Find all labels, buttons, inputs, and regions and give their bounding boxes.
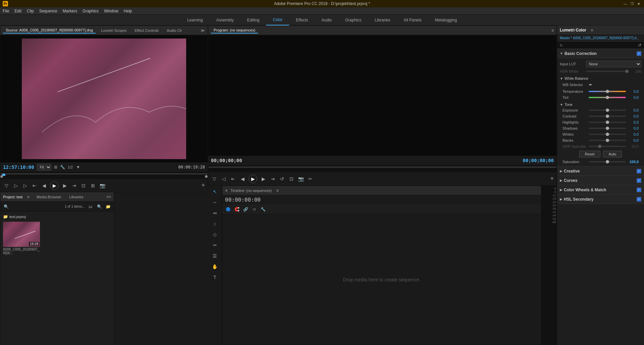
prog-step-forward[interactable]: ▶ bbox=[260, 176, 267, 182]
tab-learning[interactable]: Learning bbox=[180, 15, 210, 25]
menu-markers[interactable]: Markers bbox=[63, 9, 77, 13]
basic-correction-enable[interactable]: ✓ bbox=[637, 51, 641, 56]
find-icon[interactable]: 🔍 bbox=[96, 204, 102, 210]
timeline-linked-select[interactable]: 🔗 bbox=[243, 206, 249, 212]
reset-button[interactable]: Reset bbox=[579, 151, 600, 157]
menu-window[interactable]: Window bbox=[104, 9, 118, 13]
project-tab-libraries[interactable]: Libraries bbox=[66, 194, 86, 200]
temperature-value[interactable]: 0,0 bbox=[629, 89, 639, 93]
hdr-white-thumb[interactable] bbox=[625, 70, 629, 73]
razor-tool[interactable]: ✂ bbox=[210, 240, 220, 250]
prog-safe-margins[interactable]: ⊡ bbox=[288, 176, 295, 182]
tint-track[interactable] bbox=[589, 97, 626, 98]
hdr-specular-track[interactable] bbox=[589, 146, 626, 147]
auto-button[interactable]: Auto bbox=[603, 151, 622, 157]
source-timecode-end[interactable]: 00:00:19:28 bbox=[178, 165, 205, 169]
highlights-thumb[interactable] bbox=[606, 121, 609, 124]
prog-add[interactable]: + bbox=[550, 175, 554, 182]
go-to-out-button[interactable]: ⇥ bbox=[71, 182, 77, 189]
tab-metalogging[interactable]: Metalogging bbox=[428, 15, 464, 25]
blacks-track[interactable] bbox=[589, 140, 626, 141]
new-bin-icon[interactable]: 🗂 bbox=[88, 204, 94, 210]
restore-button[interactable]: ❐ bbox=[629, 1, 635, 6]
fx-reset-icon[interactable]: ↺ bbox=[638, 43, 641, 48]
tab-assembly[interactable]: Assembly bbox=[210, 15, 240, 25]
menu-help[interactable]: Help bbox=[124, 9, 132, 13]
scrub-range[interactable] bbox=[0, 176, 208, 179]
menu-edit[interactable]: Edit bbox=[14, 9, 21, 13]
mark-out-button[interactable]: ◁ bbox=[12, 182, 19, 189]
program-scrubbar[interactable] bbox=[208, 165, 556, 169]
hsl-secondary-enable[interactable]: ✓ bbox=[637, 197, 641, 202]
saturation-thumb[interactable] bbox=[606, 160, 609, 163]
ripple-edit-tool[interactable]: ⇔ bbox=[210, 208, 220, 218]
source-timecode-start[interactable]: 12:57:10:00 bbox=[3, 164, 34, 170]
tab-editing[interactable]: Editing bbox=[240, 15, 266, 25]
whites-thumb[interactable] bbox=[606, 133, 609, 136]
program-timecode-end[interactable]: 00;00;00;00 bbox=[523, 158, 554, 163]
fit-selector[interactable]: Fit bbox=[37, 164, 51, 170]
program-tab[interactable]: Program: (no sequences) bbox=[211, 27, 258, 33]
saturation-value[interactable]: 100,0 bbox=[629, 160, 639, 164]
prog-export-frame[interactable]: 📷 bbox=[298, 176, 304, 182]
color-wheels-enable[interactable]: ✓ bbox=[637, 188, 641, 192]
source-tab-source[interactable]: Source: A006_C005_20180607_R[00000-00977… bbox=[3, 27, 96, 33]
timeline-add-marker[interactable]: 🔵 bbox=[225, 206, 231, 212]
menu-clip[interactable]: Clip bbox=[27, 9, 34, 13]
highlights-value[interactable]: 0,0 bbox=[629, 120, 639, 124]
timeline-menu[interactable]: ≡ bbox=[274, 188, 280, 194]
hsl-secondary-header[interactable]: ▶ HSL Secondary ✓ bbox=[557, 195, 644, 204]
play-button[interactable]: ▶ bbox=[50, 181, 59, 190]
timeline-wrench[interactable]: 🔧 bbox=[260, 206, 266, 212]
tint-thumb[interactable] bbox=[606, 96, 609, 99]
highlights-track[interactable] bbox=[589, 122, 626, 123]
fraction-arrow[interactable]: ▼ bbox=[76, 165, 80, 169]
prog-go-out[interactable]: ⇥ bbox=[269, 176, 276, 182]
creative-header[interactable]: ▶ Creative ✓ bbox=[557, 166, 644, 176]
add-button[interactable]: + bbox=[201, 182, 205, 189]
tab-all-panels[interactable]: All Panels bbox=[397, 15, 428, 25]
lumetri-menu[interactable]: ≡ bbox=[589, 27, 595, 33]
source-scrubbar[interactable] bbox=[0, 172, 208, 176]
timeline-snap[interactable]: 🧲 bbox=[234, 206, 240, 212]
timeline-close-button[interactable]: × bbox=[225, 188, 228, 193]
temperature-thumb[interactable] bbox=[606, 90, 609, 93]
fraction[interactable]: 1/2 bbox=[68, 165, 73, 169]
source-tab-effect-controls[interactable]: Effect Controls bbox=[132, 28, 161, 33]
exposure-track[interactable] bbox=[589, 110, 626, 111]
exposure-value[interactable]: 0,0 bbox=[629, 108, 639, 112]
color-wheels-header[interactable]: ▶ Color Wheels & Match ✓ bbox=[557, 185, 644, 195]
media-item[interactable]: 19:28 A006_C005_20180607_R[00... bbox=[3, 222, 40, 255]
program-scrub-range[interactable] bbox=[208, 169, 556, 172]
folder-icon[interactable]: 📁 bbox=[105, 204, 111, 210]
rolling-edit-tool[interactable]: ↕ bbox=[210, 219, 220, 228]
hdr-specular-thumb[interactable] bbox=[598, 145, 601, 148]
saturation-track[interactable] bbox=[589, 161, 626, 162]
step-back-button[interactable]: ◀ bbox=[41, 182, 47, 189]
wb-eyedropper[interactable]: ✒ bbox=[589, 82, 593, 87]
project-expand-icon[interactable]: >> bbox=[106, 195, 111, 199]
tab-libraries[interactable]: Libraries bbox=[368, 15, 397, 25]
program-timecode-start[interactable]: 00;00;00;00 bbox=[211, 158, 242, 163]
hdr-white-track[interactable] bbox=[586, 71, 629, 72]
hand-tool[interactable]: ✋ bbox=[210, 262, 220, 271]
type-tool[interactable]: T bbox=[210, 273, 220, 282]
timeline-ripple[interactable]: ⊃ bbox=[251, 206, 257, 212]
go-to-in-button[interactable]: ⇤ bbox=[31, 182, 38, 189]
shadows-thumb[interactable] bbox=[606, 127, 609, 130]
timeline-timecode[interactable]: 00:00:00:00 bbox=[222, 195, 541, 204]
blacks-value[interactable]: 0,0 bbox=[629, 138, 639, 142]
source-panel-menu[interactable]: ≫ bbox=[201, 28, 205, 33]
prog-mark-out[interactable]: ◁ bbox=[220, 176, 227, 182]
prog-step-back[interactable]: ◀ bbox=[239, 176, 246, 182]
curves-enable[interactable]: ✓ bbox=[637, 178, 641, 183]
slip-tool[interactable]: ☰ bbox=[210, 251, 220, 261]
prog-trim[interactable]: ✂ bbox=[307, 176, 314, 182]
creative-enable[interactable]: ✓ bbox=[637, 169, 641, 174]
project-menu-icon[interactable]: ≡ bbox=[25, 194, 31, 200]
prog-play[interactable]: ▶ bbox=[249, 175, 257, 183]
prog-go-in[interactable]: ⇤ bbox=[230, 176, 236, 182]
search-icon[interactable]: 🔍 bbox=[3, 204, 9, 210]
tab-effects[interactable]: Effects bbox=[289, 15, 315, 25]
close-button[interactable]: ✕ bbox=[636, 1, 641, 6]
